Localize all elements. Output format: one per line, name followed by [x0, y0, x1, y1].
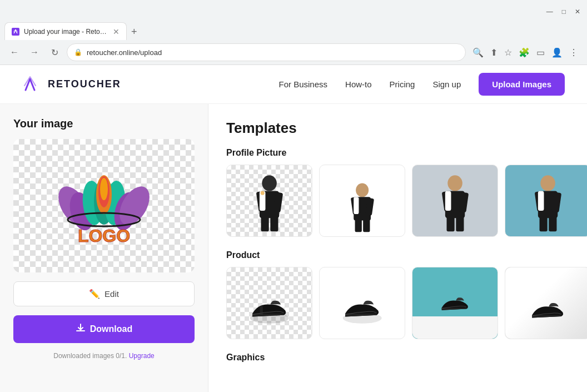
bookmark-icon[interactable]: ☆ — [502, 46, 514, 59]
close-btn[interactable]: ✕ — [575, 8, 580, 16]
browser-menu-icon[interactable]: ⋮ — [567, 46, 580, 59]
svg-point-19 — [260, 191, 264, 195]
active-tab[interactable]: Upload your image - Retoucher ✕ — [4, 22, 127, 40]
svg-rect-25 — [363, 219, 370, 232]
person-silhouette-gray — [417, 172, 493, 236]
edit-button[interactable]: ✏️ Edit — [13, 281, 195, 306]
shoe-white — [326, 294, 399, 333]
profile-picture-title: Profile Picture — [226, 148, 569, 158]
forward-button[interactable]: → — [27, 44, 42, 60]
svg-rect-38 — [539, 216, 547, 231]
edit-pencil-icon: ✏️ — [89, 289, 100, 299]
download-info: Downloaded images 0/1. Upgrade — [13, 352, 195, 360]
download-button[interactable]: Download — [13, 315, 195, 343]
extensions-icon[interactable]: 🧩 — [516, 46, 532, 59]
product-title: Product — [226, 250, 569, 260]
shoe-transparent — [233, 294, 306, 333]
nav-logo: RETOUCHER — [22, 75, 121, 95]
browser-addressbar: ← → ↻ 🔒 retoucher.online/upload 🔍 ⬆ ☆ 🧩 … — [0, 40, 587, 64]
panel-title: Your image — [13, 117, 195, 130]
edit-label: Edit — [105, 289, 119, 299]
main-nav: RETOUCHER For Business How-to Pricing Si… — [0, 65, 587, 104]
nav-links: For Business How-to Pricing Sign up Uplo… — [279, 73, 565, 96]
lock-icon: 🔒 — [74, 48, 82, 56]
product-grid: › — [226, 267, 569, 339]
svg-rect-24 — [355, 219, 361, 232]
tab-close-icon[interactable]: ✕ — [113, 27, 120, 36]
svg-rect-33 — [445, 191, 451, 211]
svg-point-9 — [100, 178, 108, 200]
person-silhouette-transparent — [231, 172, 307, 236]
download-icon — [76, 323, 86, 335]
tab-favicon — [12, 28, 19, 36]
search-icon[interactable]: 🔍 — [470, 46, 486, 59]
address-bar[interactable]: 🔒 retoucher.online/upload — [67, 43, 466, 61]
tab-title: Upload your image - Retoucher — [24, 28, 108, 36]
url-text: retoucher.online/upload — [87, 48, 459, 57]
svg-rect-17 — [270, 216, 278, 231]
svg-point-20 — [356, 183, 369, 197]
image-preview: LOGO — [13, 139, 195, 272]
svg-point-12 — [262, 175, 277, 191]
template-card-pp-blue[interactable] — [505, 165, 587, 237]
browser-chrome: — □ ✕ Upload your image - Retoucher ✕ + … — [0, 0, 587, 65]
logo-preview-content: LOGO — [48, 161, 160, 250]
svg-rect-40 — [538, 191, 544, 211]
logo-icon — [22, 75, 42, 95]
minimize-btn[interactable]: — — [546, 8, 553, 16]
profile-picture-section: Profile Picture — [226, 148, 569, 237]
left-panel: Your image — [0, 104, 208, 392]
nav-for-business[interactable]: For Business — [279, 80, 328, 89]
svg-rect-39 — [549, 216, 556, 231]
person-silhouette-blue — [510, 172, 586, 236]
download-label: Download — [90, 324, 132, 334]
product-section: Product — [226, 250, 569, 339]
svg-text:LOGO: LOGO — [78, 226, 130, 246]
nav-sign-up[interactable]: Sign up — [432, 80, 461, 89]
templates-title: Templates — [226, 120, 569, 137]
template-card-prod-transparent[interactable] — [226, 267, 312, 339]
graphics-title: Graphics — [226, 353, 569, 363]
share-icon[interactable]: ⬆ — [488, 46, 500, 59]
template-card-prod-teal[interactable] — [412, 267, 498, 339]
titlebar-controls: — □ ✕ — [546, 8, 580, 16]
logo-svg: LOGO — [48, 161, 160, 250]
browser-tabs: Upload your image - Retoucher ✕ + — [0, 20, 587, 40]
svg-rect-32 — [456, 216, 464, 231]
shoe-teal — [422, 292, 489, 323]
page-content: RETOUCHER For Business How-to Pricing Si… — [0, 65, 587, 392]
graphics-section: Graphics — [226, 353, 569, 363]
template-card-pp-white[interactable] — [319, 165, 405, 237]
svg-rect-31 — [446, 216, 454, 231]
browser-titlebar: — □ ✕ — [0, 0, 587, 20]
download-count: Downloaded images 0/1. — [53, 352, 127, 360]
refresh-button[interactable]: ↻ — [47, 44, 62, 60]
svg-point-27 — [447, 175, 462, 191]
upgrade-link[interactable]: Upgrade — [129, 352, 155, 360]
person-silhouette-white — [329, 181, 395, 236]
maximize-btn[interactable]: □ — [562, 8, 566, 16]
shoe-studio — [515, 297, 581, 333]
nav-upload-button[interactable]: Upload Images — [479, 73, 565, 96]
address-bar-icons: 🔍 ⬆ ☆ 🧩 ▭ 👤 ⋮ — [470, 46, 580, 59]
sidebar-icon[interactable]: ▭ — [534, 46, 547, 59]
svg-point-34 — [540, 175, 555, 191]
logo-text: RETOUCHER — [48, 78, 121, 90]
profile-picture-grid: › — [226, 165, 569, 237]
svg-rect-16 — [261, 216, 268, 231]
template-card-pp-gray[interactable] — [412, 165, 498, 237]
nav-pricing[interactable]: Pricing — [390, 80, 415, 89]
back-button[interactable]: ← — [7, 44, 22, 60]
template-card-prod-white[interactable] — [319, 267, 405, 339]
nav-how-to[interactable]: How-to — [345, 80, 372, 89]
main-layout: Your image — [0, 104, 587, 392]
new-tab-button[interactable]: + — [127, 24, 142, 40]
template-card-pp-transparent[interactable] — [226, 165, 312, 237]
profile-icon[interactable]: 👤 — [549, 46, 565, 59]
right-panel: Templates Profile Picture — [208, 104, 587, 392]
template-card-prod-studio[interactable] — [505, 267, 587, 339]
svg-rect-26 — [354, 197, 359, 214]
